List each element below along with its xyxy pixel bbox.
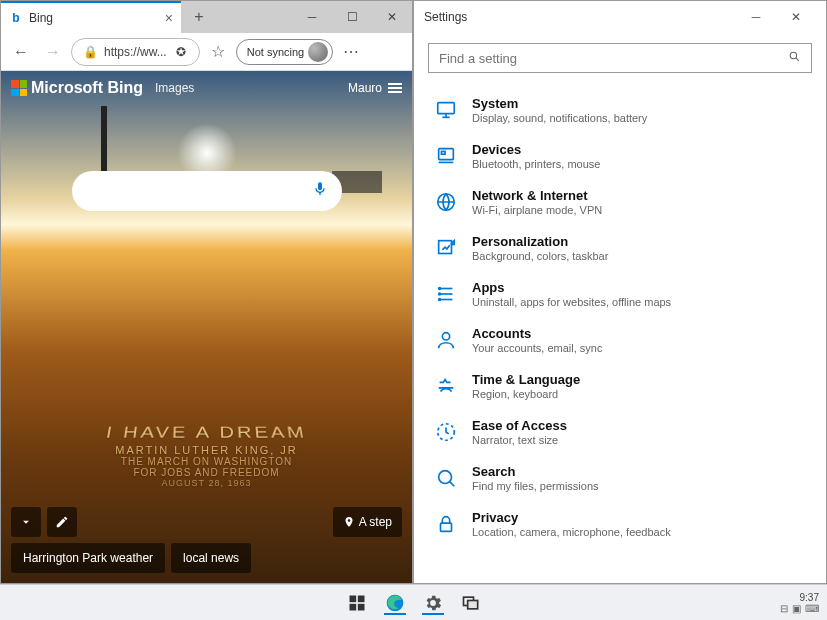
lock-icon: 🔒 [80, 42, 100, 62]
settings-title: Settings [424, 10, 467, 24]
svg-rect-27 [467, 600, 477, 608]
svg-rect-24 [357, 603, 364, 610]
tray-icon-1[interactable]: ⊟ [780, 603, 788, 614]
taskbar-edge-icon[interactable] [381, 589, 409, 617]
sync-label: Not syncing [247, 46, 304, 58]
favorites-icon[interactable]: ☆ [204, 38, 232, 66]
ease-of-access-icon [434, 420, 458, 444]
svg-line-1 [796, 58, 799, 61]
profile-sync-pill[interactable]: Not syncing [236, 39, 333, 65]
svg-rect-2 [438, 103, 455, 114]
svg-rect-20 [441, 523, 452, 531]
browser-tab-bing[interactable]: b Bing × [1, 1, 181, 33]
microsoft-logo-icon [11, 80, 27, 96]
inscription-line-4: FOR JOBS AND FREEDOM [1, 467, 412, 478]
close-tab-icon[interactable]: × [165, 10, 173, 26]
url-text: https://ww... [104, 45, 167, 59]
settings-item-desc: Find my files, permissions [472, 480, 599, 492]
svg-point-14 [439, 293, 441, 295]
window-maximize-button[interactable]: ☐ [332, 1, 372, 33]
location-info-pill[interactable]: A step [333, 507, 402, 537]
personalization-icon [434, 236, 458, 260]
news-card-weather[interactable]: Harrington Park weather [11, 543, 165, 573]
settings-item-accounts[interactable]: AccountsYour accounts, email, sync [428, 317, 812, 363]
settings-item-search[interactable]: SearchFind my files, permissions [428, 455, 812, 501]
window-close-button[interactable]: ✕ [372, 1, 412, 33]
bing-header: Microsoft Bing Images Mauro [1, 79, 412, 97]
more-menu-button[interactable]: ⋯ [337, 38, 365, 66]
tracking-prevention-icon[interactable]: ✪ [171, 42, 191, 62]
svg-point-16 [442, 333, 449, 340]
search-category-icon [434, 466, 458, 490]
taskbar-settings-icon[interactable] [419, 589, 447, 617]
settings-item-desc: Narrator, text size [472, 434, 567, 446]
settings-item-desc: Region, keyboard [472, 388, 580, 400]
microsoft-bing-logo[interactable]: Microsoft Bing [11, 79, 143, 97]
apps-icon [434, 282, 458, 306]
settings-item-devices[interactable]: DevicesBluetooth, printers, mouse [428, 133, 812, 179]
address-bar[interactable]: 🔒 https://ww... ✪ [71, 38, 200, 66]
time-language-icon [434, 374, 458, 398]
settings-item-privacy[interactable]: PrivacyLocation, camera, microphone, fee… [428, 501, 812, 547]
svg-rect-6 [441, 151, 445, 154]
news-card-local[interactable]: local news [171, 543, 251, 573]
system-icon [434, 98, 458, 122]
settings-close-button[interactable]: ✕ [776, 10, 816, 24]
settings-item-title: Privacy [472, 510, 671, 525]
settings-item-desc: Wi-Fi, airplane mode, VPN [472, 204, 602, 216]
inscription-line-2: MARTIN LUTHER KING, JR [1, 444, 412, 456]
bing-favicon-icon: b [9, 11, 23, 25]
settings-item-system[interactable]: SystemDisplay, sound, notifications, bat… [428, 87, 812, 133]
settings-search-box[interactable] [428, 43, 812, 73]
accounts-icon [434, 328, 458, 352]
new-tab-button[interactable]: + [183, 1, 215, 33]
task-view-button[interactable] [457, 589, 485, 617]
svg-point-13 [439, 288, 441, 290]
settings-minimize-button[interactable]: ─ [736, 10, 776, 24]
settings-titlebar[interactable]: Settings ─ ✕ [414, 1, 826, 33]
settings-item-title: Search [472, 464, 599, 479]
back-button[interactable]: ← [7, 38, 35, 66]
hamburger-menu-icon[interactable] [388, 83, 402, 93]
edge-titlebar[interactable]: b Bing × + ─ ☐ ✕ [1, 1, 412, 33]
system-tray[interactable]: ⊟ ▣ ⌨ [780, 603, 819, 614]
taskbar-clock[interactable]: 9:37 [780, 592, 819, 603]
location-label: A step [359, 515, 392, 529]
settings-window: Settings ─ ✕ SystemDisplay, sound, notif… [413, 0, 827, 584]
settings-item-time-language[interactable]: Time & LanguageRegion, keyboard [428, 363, 812, 409]
edit-button[interactable] [47, 507, 77, 537]
settings-item-network-internet[interactable]: Network & InternetWi-Fi, airplane mode, … [428, 179, 812, 225]
svg-rect-22 [357, 595, 364, 602]
devices-icon [434, 144, 458, 168]
settings-item-desc: Uninstall, apps for websites, offline ma… [472, 296, 671, 308]
microphone-icon[interactable] [312, 181, 328, 201]
taskbar[interactable]: 9:37 ⊟ ▣ ⌨ [0, 584, 827, 620]
bing-search-input[interactable] [86, 183, 312, 199]
page-content-bing: Microsoft Bing Images Mauro I HAVE A DRE… [1, 71, 412, 583]
edge-browser-window: b Bing × + ─ ☐ ✕ ← → 🔒 https://ww... ✪ ☆… [0, 0, 413, 584]
browser-toolbar: ← → 🔒 https://ww... ✪ ☆ Not syncing ⋯ [1, 33, 412, 71]
start-button[interactable] [343, 589, 371, 617]
inscription-line-1: I HAVE A DREAM [1, 424, 412, 442]
svg-rect-23 [349, 603, 356, 610]
bing-logo-text: Microsoft Bing [31, 79, 143, 97]
settings-item-title: Apps [472, 280, 671, 295]
settings-search-input[interactable] [439, 51, 788, 66]
settings-item-ease-of-access[interactable]: Ease of AccessNarrator, text size [428, 409, 812, 455]
settings-item-desc: Location, camera, microphone, feedback [472, 526, 671, 538]
settings-item-title: Devices [472, 142, 600, 157]
expand-info-button[interactable] [11, 507, 41, 537]
settings-category-list: SystemDisplay, sound, notifications, bat… [414, 87, 826, 583]
forward-button[interactable]: → [39, 38, 67, 66]
tray-icon-3[interactable]: ⌨ [805, 603, 819, 614]
window-minimize-button[interactable]: ─ [292, 1, 332, 33]
tray-icon-2[interactable]: ▣ [792, 603, 801, 614]
settings-item-apps[interactable]: AppsUninstall, apps for websites, offlin… [428, 271, 812, 317]
network-icon [434, 190, 458, 214]
bing-nav-images[interactable]: Images [155, 81, 194, 95]
settings-item-title: Network & Internet [472, 188, 602, 203]
settings-item-personalization[interactable]: PersonalizationBackground, colors, taskb… [428, 225, 812, 271]
settings-item-title: Time & Language [472, 372, 580, 387]
bing-user-name[interactable]: Mauro [348, 81, 382, 95]
bing-search-box[interactable] [72, 171, 342, 211]
